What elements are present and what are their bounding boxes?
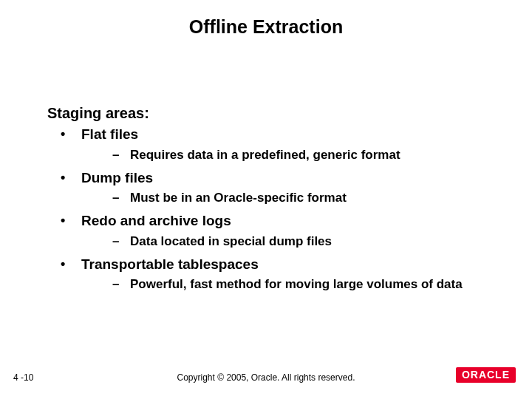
bullet-item: Dump files	[47, 168, 502, 188]
body-heading: Staging areas:	[47, 103, 502, 123]
sub-bullet-item: Data located in special dump files	[47, 233, 502, 250]
sub-bullet-item: Must be in an Oracle-specific format	[47, 190, 502, 207]
bullet-item: Redo and archive logs	[47, 211, 502, 231]
oracle-logo-text: ORACLE	[456, 367, 516, 383]
slide: Offline Extraction Staging areas: Flat f…	[0, 0, 532, 399]
sub-bullet-item: Powerful, fast method for moving large v…	[47, 276, 502, 293]
bullet-item: Transportable tablespaces	[47, 255, 502, 274]
slide-body: Staging areas: Flat files Requires data …	[47, 103, 502, 298]
oracle-logo: ORACLE	[456, 367, 516, 383]
copyright-text: Copyright © 2005, Oracle. All rights res…	[0, 372, 532, 383]
slide-title: Offline Extraction	[0, 0, 532, 38]
sub-bullet-item: Requires data in a predefined, generic f…	[47, 147, 502, 164]
bullet-item: Flat files	[47, 125, 502, 144]
